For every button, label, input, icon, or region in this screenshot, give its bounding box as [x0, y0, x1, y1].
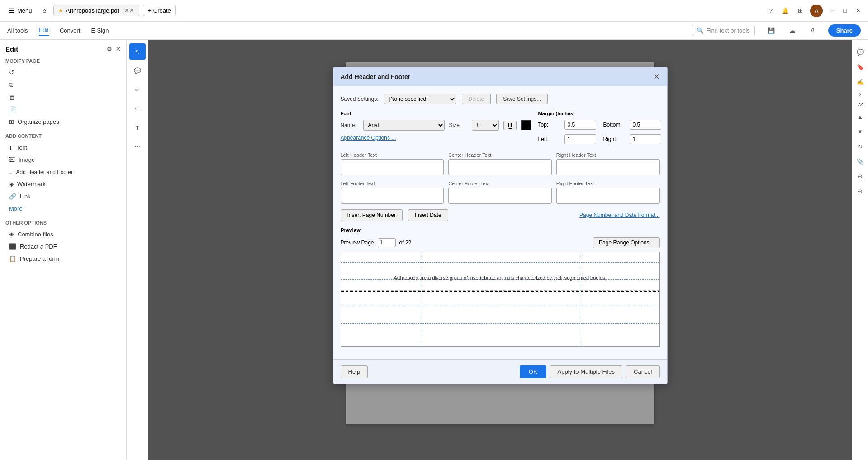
nav-all-tools[interactable]: All tools — [7, 25, 28, 36]
refresh-icon[interactable]: ↻ — [856, 141, 864, 152]
margin-section: Margin (Inches) Top: Bottom: — [538, 111, 661, 147]
font-name-select[interactable]: Arial — [363, 120, 445, 131]
right-sign-icon[interactable]: ✍ — [855, 77, 866, 87]
sidebar-item-redact[interactable]: ⬛ Redact a PDF — [5, 240, 121, 253]
search-icon: 🔍 — [697, 27, 704, 34]
grid-icon[interactable]: ⊞ — [796, 5, 805, 16]
font-margin-row: Font Name: Arial Size: 8 U̲ — [341, 111, 660, 147]
sidebar-close-icon[interactable]: ✕ — [116, 46, 121, 52]
scroll-down-icon[interactable]: ▼ — [855, 127, 865, 137]
main-area: Edit ⚙ ✕ MODIFY PAGE ↺ ⧉ 🗑 📄 ⊞ Organize … — [0, 40, 868, 460]
delete-button[interactable]: Delete — [462, 94, 491, 104]
appearance-link-row: Appearance Options ... — [341, 134, 531, 141]
font-section: Font Name: Arial Size: 8 U̲ — [341, 111, 531, 147]
apply-multiple-button[interactable]: Apply to Multiple Files — [550, 365, 622, 378]
help-button[interactable]: Help — [341, 365, 368, 378]
add-header-footer-modal: Add Header and Footer ✕ Saved Settings: … — [333, 67, 668, 384]
modal-close-button[interactable]: ✕ — [653, 72, 660, 82]
save-settings-button[interactable]: Save Settings... — [496, 94, 548, 104]
text-tool-btn[interactable]: T — [129, 119, 146, 136]
save-icon[interactable]: 💾 — [766, 25, 777, 36]
right-header-input[interactable] — [556, 159, 660, 175]
text-tool-icon: T — [136, 124, 139, 131]
sidebar-item-link[interactable]: 🔗 Link — [5, 190, 121, 202]
font-size-select[interactable]: 8 — [472, 120, 499, 131]
print-icon[interactable]: 🖨 — [808, 25, 817, 36]
saved-settings-select[interactable]: [None specified] — [384, 94, 456, 104]
margin-right-input[interactable] — [630, 134, 661, 144]
nav-edit[interactable]: Edit — [39, 25, 49, 36]
color-picker[interactable] — [521, 120, 531, 130]
margin-bottom-input[interactable] — [630, 120, 661, 130]
sidebar-item-undo[interactable]: ↺ — [5, 66, 121, 79]
sidebar-item-combine[interactable]: ⊕ Combine files — [5, 228, 121, 240]
left-footer-field: Left Footer Text — [341, 181, 444, 204]
center-footer-input[interactable] — [448, 188, 552, 204]
cloud-icon[interactable]: ☁ — [787, 25, 797, 36]
page-range-options-button[interactable]: Page Range Options... — [593, 237, 659, 248]
share-button[interactable]: Share — [828, 24, 861, 37]
preview-bottom-area — [341, 292, 659, 347]
pencil-btn[interactable]: ✏ — [129, 81, 146, 98]
insert-page-number-button[interactable]: Insert Page Number — [341, 209, 403, 221]
more-tools-btn[interactable]: ⋯ — [129, 138, 146, 155]
preview-of: of 22 — [399, 239, 412, 246]
margin-right-label: Right: — [603, 136, 626, 142]
cancel-button[interactable]: Cancel — [626, 365, 659, 378]
sidebar-item-page[interactable]: 📄 — [5, 103, 121, 116]
preview-top-area: Arthropods are a diverse group of invert… — [341, 252, 659, 291]
sidebar-item-form[interactable]: 📋 Prepare a form — [5, 253, 121, 265]
left-footer-input[interactable] — [341, 188, 444, 204]
nav-convert[interactable]: Convert — [60, 25, 81, 36]
center-header-label: Center Header Text — [448, 152, 552, 158]
sidebar-item-copy[interactable]: ⧉ — [5, 79, 121, 91]
settings-icon[interactable]: ⚙ — [107, 46, 112, 52]
sidebar-item-image[interactable]: 🖼 Image — [5, 154, 121, 166]
zoom-out-icon[interactable]: ⊖ — [856, 186, 864, 197]
margin-left-input[interactable] — [564, 134, 596, 144]
preview-dashed-h-4 — [341, 323, 659, 324]
preview-page-input[interactable] — [378, 238, 396, 247]
help-icon[interactable]: ? — [768, 5, 774, 16]
plus-icon: + — [148, 7, 152, 14]
margin-top-input[interactable] — [564, 120, 596, 130]
minimize-icon[interactable]: ─ — [828, 5, 836, 16]
maximize-icon[interactable]: □ — [841, 5, 849, 16]
content-area: Diverse Lifestyles: Arthropods occupy va… — [148, 40, 852, 460]
center-header-input[interactable] — [448, 159, 552, 175]
zoom-in-icon[interactable]: ⊕ — [856, 171, 864, 182]
insert-date-button[interactable]: Insert Date — [408, 209, 448, 221]
sidebar-item-header-footer[interactable]: ≡ Add Header and Footer — [5, 166, 121, 178]
nav-esign[interactable]: E-Sign — [91, 25, 109, 36]
page-number-right-2: 22 — [857, 102, 863, 107]
page-format-link[interactable]: Page Number and Date Format... — [579, 212, 659, 218]
tab-close-icon[interactable]: ✕ — [124, 7, 134, 14]
lasso-btn[interactable]: ⊂ — [129, 100, 146, 117]
right-comments-icon[interactable]: 💬 — [855, 47, 866, 57]
sidebar-item-watermark[interactable]: ◈ Watermark — [5, 178, 121, 190]
user-avatar[interactable]: A — [810, 5, 823, 17]
select-tool-btn[interactable]: ↖ — [129, 43, 146, 60]
search-bar[interactable]: 🔍 Find text or tools — [692, 25, 755, 36]
more-button[interactable]: More — [5, 202, 121, 215]
right-footer-field: Right Footer Text — [556, 181, 660, 204]
window-close-icon[interactable]: ✕ — [854, 5, 863, 16]
sidebar-header: Edit ⚙ ✕ — [5, 45, 121, 53]
sidebar-item-text[interactable]: T Text — [5, 141, 121, 154]
bold-button[interactable]: U̲ — [503, 121, 517, 130]
left-header-input[interactable] — [341, 159, 444, 175]
appearance-options-link[interactable]: Appearance Options ... — [341, 135, 396, 141]
home-button[interactable] — [39, 5, 50, 16]
create-button[interactable]: + Create — [143, 5, 176, 16]
right-footer-input[interactable] — [556, 188, 660, 204]
attachment-icon[interactable]: 📎 — [855, 156, 866, 167]
right-bookmark-icon[interactable]: 🔖 — [855, 62, 866, 72]
comment-btn[interactable]: 💬 — [129, 62, 146, 79]
menu-button[interactable]: Menu — [5, 5, 36, 16]
sidebar-item-delete[interactable]: 🗑 — [5, 91, 121, 103]
sidebar-item-organize[interactable]: ⊞ Organize pages — [5, 116, 121, 128]
scroll-up-icon[interactable]: ▲ — [855, 112, 865, 122]
file-tab[interactable]: Arthropods large.pdf ✕ — [53, 5, 139, 16]
bell-icon[interactable]: 🔔 — [780, 5, 791, 16]
ok-button[interactable]: OK — [520, 365, 546, 378]
